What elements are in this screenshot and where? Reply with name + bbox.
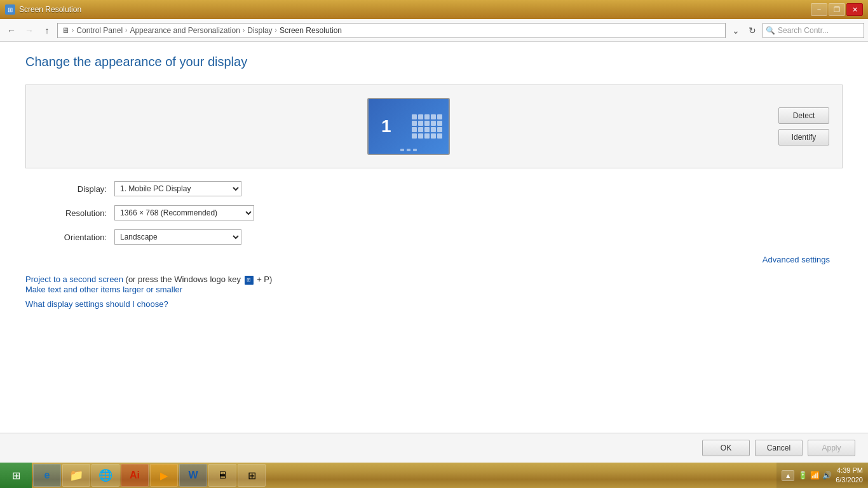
resolution-select-wrapper: 868 × 488 (Recommended) 1024 × 768 800 … <box>114 205 843 220</box>
breadcrumb-icon: 🖥 <box>62 26 69 35</box>
close-button[interactable]: ✕ <box>846 3 863 16</box>
taskbar-app-word[interactable]: W <box>179 464 207 487</box>
orientation-select-wrapper: Landscape Portrait Landscape (flipped) P… <box>114 229 843 245</box>
breadcrumb-current: Screen Resolution <box>280 26 342 35</box>
address-bar: ← → ↑ 🖥 › Control Panel › Appearance and… <box>0 19 868 42</box>
resolution-label: Resolution: <box>25 208 114 218</box>
tray-date-display: 6/3/2020 <box>836 475 863 485</box>
identify-button[interactable]: Identify <box>778 129 829 146</box>
orientation-select[interactable]: Landscape Portrait Landscape (flipped) P… <box>114 229 241 245</box>
search-box[interactable]: 🔍 Search Contr... <box>763 23 864 38</box>
ok-button[interactable]: OK <box>702 440 750 456</box>
tray-volume-icon: 🔊 <box>822 471 832 480</box>
taskbar-app-acrobat[interactable]: Ai <box>121 464 149 487</box>
tray-icons: 🔋 📶 🔊 <box>798 471 832 480</box>
monitor-display: 1 <box>39 98 778 155</box>
tray-time-display: 4:39 PM <box>836 466 863 475</box>
breadcrumb-control-panel[interactable]: Control Panel <box>76 26 123 35</box>
monitor-actions: Detect Identify <box>778 107 829 146</box>
orientation-label: Orientation: <box>25 233 114 242</box>
taskbar-tray: ▲ 🔋 📶 🔊 4:39 PM 6/3/2020 <box>776 463 868 488</box>
project-link[interactable]: Project to a second screen <box>25 274 126 284</box>
monitor-area: 1 Detect Identify <box>25 85 843 168</box>
minimize-button[interactable]: − <box>811 3 827 16</box>
back-button[interactable]: ← <box>4 23 19 38</box>
up-button[interactable]: ↑ <box>39 23 55 38</box>
display-select[interactable]: 1. Mobile PC Display <box>114 181 241 196</box>
settings-form: Display: 1. Mobile PC Display Resolution… <box>25 181 843 245</box>
taskbar-app-vlc[interactable]: ▶ <box>150 464 178 487</box>
tray-overflow-button[interactable]: ▲ <box>782 470 794 481</box>
content-area: Change the appearance of your display 1 <box>0 42 868 463</box>
monitor-bottom-dots <box>400 149 417 151</box>
refresh-button[interactable]: ↻ <box>745 23 760 38</box>
detect-button[interactable]: Detect <box>778 107 829 124</box>
tray-battery-icon: 🔋 <box>798 471 808 480</box>
address-actions: ⌄ ↻ <box>728 23 760 38</box>
project-link-row: Project to a second screen (or press the… <box>25 274 843 285</box>
dropdown-button[interactable]: ⌄ <box>728 23 743 38</box>
window-icon: ⊞ <box>5 4 15 15</box>
taskbar-middle <box>267 463 776 488</box>
forward-button[interactable]: → <box>22 23 37 38</box>
apply-button[interactable]: Apply <box>808 440 855 456</box>
breadcrumb[interactable]: 🖥 › Control Panel › Appearance and Perso… <box>57 23 726 38</box>
taskbar-app-ie[interactable]: e <box>33 464 61 487</box>
window-controls: − ❐ ✕ <box>811 3 863 16</box>
search-placeholder: Search Contr... <box>778 26 829 35</box>
display-label: Display: <box>25 184 114 194</box>
monitor-grid <box>412 114 442 139</box>
display-settings-link[interactable]: What display settings should I choose? <box>25 299 843 309</box>
bottom-buttons: OK Cancel Apply <box>0 433 868 463</box>
restore-button[interactable]: ❐ <box>829 3 845 16</box>
taskbar-app-other[interactable]: ⊞ <box>238 464 266 487</box>
breadcrumb-appearance[interactable]: Appearance and Personalization <box>130 26 240 35</box>
main-content: Change the appearance of your display 1 <box>0 42 868 433</box>
monitor-number: 1 <box>381 116 391 137</box>
tray-wifi-icon: 📶 <box>810 471 820 480</box>
window-title: Screen Resolution <box>19 5 811 14</box>
link-section: Project to a second screen (or press the… <box>25 274 843 309</box>
project-text: (or press the Windows logo key <box>126 274 243 284</box>
taskbar-app-screen[interactable]: 🖥 <box>208 464 236 487</box>
resolution-select[interactable]: 868 × 488 (Recommended) 1024 × 768 800 … <box>114 205 254 220</box>
text-size-link[interactable]: Make text and other items larger or smal… <box>25 285 843 294</box>
start-button[interactable]: ⊞ <box>0 463 32 488</box>
title-bar: ⊞ Screen Resolution − ❐ ✕ <box>0 0 868 19</box>
taskbar: ⊞ e 📁 🌐 Ai ▶ W 🖥 ⊞ <box>0 463 868 488</box>
windows-key-icon: ⊞ <box>245 276 254 285</box>
breadcrumb-display[interactable]: Display <box>247 26 272 35</box>
taskbar-pinned-apps: e 📁 🌐 Ai ▶ W 🖥 ⊞ <box>32 463 267 488</box>
cancel-button[interactable]: Cancel <box>755 440 803 456</box>
project-link-text: Project to a second screen <box>25 274 123 284</box>
tray-clock[interactable]: 4:39 PM 6/3/2020 <box>836 466 863 485</box>
display-select-wrapper: 1. Mobile PC Display <box>114 181 843 196</box>
project-text2: + P) <box>257 274 272 284</box>
taskbar-app-firefox[interactable]: 🌐 <box>92 464 119 487</box>
advanced-link-area: Advanced settings <box>25 255 843 264</box>
taskbar-app-explorer[interactable]: 📁 <box>62 464 90 487</box>
monitor-preview[interactable]: 1 <box>367 98 450 155</box>
advanced-settings-link[interactable]: Advanced settings <box>763 255 830 264</box>
search-icon: 🔍 <box>766 26 775 35</box>
page-title: Change the appearance of your display <box>25 55 843 69</box>
